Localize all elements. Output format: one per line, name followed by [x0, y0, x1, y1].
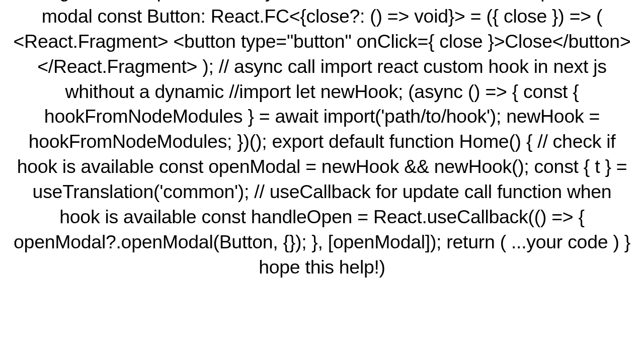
document-text: facing whith this problem today, and wha… — [8, 0, 636, 280]
